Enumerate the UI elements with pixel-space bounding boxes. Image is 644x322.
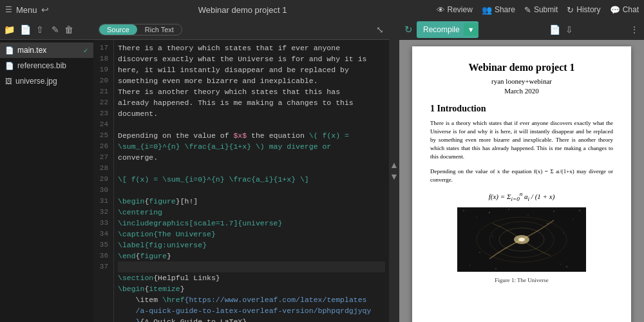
chevron-icon: ✓: [83, 47, 88, 54]
window-title: Webinar demo project 1: [198, 5, 287, 15]
chat-nav[interactable]: 💬 Chat: [610, 5, 639, 15]
main-layout: 📁 📄 ⇧ ✎ 🗑 📄 main.tex ✓ 📄 references.bib …: [0, 19, 644, 322]
svg-point-20: [480, 252, 480, 253]
review-nav[interactable]: 👁 Review: [437, 5, 473, 15]
svg-point-10: [496, 269, 497, 269]
history-nav[interactable]: ↻ History: [567, 5, 600, 15]
pdf-body2: Depending on the value of x the equation…: [430, 167, 613, 184]
download-icon[interactable]: ⇩: [565, 24, 573, 35]
pdf-date: March 2020: [430, 87, 613, 95]
code-line: \begin{figure}[h!]: [118, 196, 385, 207]
edit-icon[interactable]: ✎: [52, 24, 59, 35]
code-line: \centering: [118, 207, 385, 218]
folder-icon[interactable]: 📁: [4, 24, 15, 35]
history-icon: ↻: [567, 5, 574, 15]
pdf-section: 1 Introduction: [430, 104, 613, 114]
svg-point-5: [528, 215, 529, 216]
topbar-left: ☰ Menu ↩: [5, 5, 49, 15]
code-editor[interactable]: 17 18 19 20 21 22 23 24 25 26 27 28 29: [93, 40, 389, 322]
preview-toolbar-right: 📄 ⇩ ⋮: [549, 24, 639, 35]
sidebar-toolbar: 📁 📄 ⇧ ✎ 🗑: [0, 19, 93, 40]
code-line: already happened. This is me making a ch…: [118, 97, 385, 108]
file-item-main-tex[interactable]: 📄 main.tex ✓: [0, 43, 93, 58]
bib-file-icon: 📄: [5, 62, 14, 70]
file-item-universe-jpg[interactable]: 🖼 universe.jpg: [0, 73, 93, 89]
svg-point-8: [580, 211, 580, 211]
code-line: There is another theory which states tha…: [118, 86, 385, 97]
upload-icon[interactable]: ⇧: [36, 24, 44, 35]
code-line: \section{Helpful Links}: [118, 272, 385, 283]
source-tab[interactable]: Source: [99, 24, 137, 35]
history-back-icon[interactable]: ↩: [41, 5, 49, 15]
pdf-author: ryan looney+webinar: [430, 77, 613, 85]
code-line: \includegraphics[scale=1.7]{universe}: [118, 218, 385, 229]
preview-content: Webinar demo project 1 ryan looney+webin…: [399, 40, 644, 322]
pdf-figure: Figure 1: The Universe: [430, 207, 613, 283]
code-line-current: [118, 261, 385, 272]
submit-nav[interactable]: ✎ Submit: [524, 5, 558, 15]
menu-icon[interactable]: ☰: [5, 5, 12, 14]
pdf-math: f(x) = Σi=0n ai / (1 + x): [430, 191, 613, 202]
svg-point-11: [560, 264, 561, 265]
rich-text-tab[interactable]: Rich Text: [137, 24, 182, 35]
code-line: here, it will instantly disappear and be…: [118, 64, 385, 75]
code-line: \label{fig:universe}: [118, 240, 385, 251]
topbar: ☰ Menu ↩ Webinar demo project 1 👁 Review…: [0, 0, 644, 19]
editor-toolbar: Source Rich Text ⤡: [93, 19, 389, 40]
code-line: Depending on the value of $x$ the equati…: [118, 130, 385, 141]
preview-panel: ↻ Recompile ▼ 📄 ⇩ ⋮ Webinar demo project…: [399, 19, 644, 322]
recompile-button[interactable]: Recompile ▼: [417, 21, 478, 38]
editor-panel: Source Rich Text ⤡ 17 18 19 20 21 2: [93, 19, 389, 322]
code-content[interactable]: There is a theory which states that if e…: [114, 40, 389, 322]
figure-caption: Figure 1: The Universe: [430, 277, 613, 283]
expand-icon[interactable]: ⤡: [376, 24, 384, 35]
img-file-icon: 🖼: [5, 77, 12, 85]
share-nav[interactable]: 👥 Share: [482, 5, 515, 15]
code-line: }{A Quick Guide to LaTeX}: [118, 316, 385, 322]
code-line: document.: [118, 108, 385, 119]
recompile-icon: ↻: [404, 24, 413, 35]
svg-point-3: [489, 213, 489, 213]
nav-down-arrow[interactable]: ▼: [390, 172, 399, 181]
recompile-dropdown[interactable]: ▼: [464, 23, 478, 36]
code-line: \[ f(x) = \sum_{i=0}^{n} \frac{a_i}{1+x}…: [118, 174, 385, 185]
pdf-page: Webinar demo project 1 ryan looney+webin…: [412, 46, 631, 322]
svg-point-9: [470, 265, 471, 266]
galaxy-image: [457, 207, 586, 272]
tex-file-icon: 📄: [5, 46, 14, 55]
code-line: \item \href{https://www.overleaf.com/lat…: [118, 294, 385, 305]
topbar-right: 👁 Review 👥 Share ✎ Submit ↻ History 💬 Ch…: [437, 5, 639, 15]
source-rich-toggle: Source Rich Text: [99, 24, 182, 35]
line-numbers: 17 18 19 20 21 22 23 24 25 26 27 28 29: [93, 40, 114, 322]
svg-point-21: [493, 236, 493, 237]
preview-toolbar: ↻ Recompile ▼ 📄 ⇩ ⋮: [399, 19, 644, 40]
svg-point-19: [564, 233, 564, 234]
code-line: \begin{itemize}: [118, 283, 385, 294]
code-line: There is a theory which states that if e…: [118, 43, 385, 53]
submit-icon: ✎: [524, 5, 531, 15]
pdf-body1: There is a theory which states that if e…: [430, 119, 613, 161]
share-icon: 👥: [482, 5, 492, 15]
svg-point-12: [566, 267, 567, 267]
download-pdf-icon[interactable]: 📄: [549, 24, 560, 35]
sidebar: 📁 📄 ⇧ ✎ 🗑 📄 main.tex ✓ 📄 references.bib …: [0, 19, 93, 322]
code-line: [118, 119, 385, 130]
code-line: /a-quick-guide-to-latex-overleaf-version…: [118, 305, 385, 316]
file-item-references-bib[interactable]: 📄 references.bib: [0, 58, 93, 73]
sidebar-files: 📄 main.tex ✓ 📄 references.bib 🖼 universe…: [0, 40, 93, 91]
editor-toolbar-right: ⤡: [376, 24, 384, 35]
nav-up-arrow[interactable]: ▲: [390, 160, 399, 169]
code-line: \caption{The Universe}: [118, 229, 385, 240]
panel-nav: ▲ ▼: [389, 19, 399, 322]
code-line: \end{figure}: [118, 251, 385, 261]
file-name-main-tex: main.tex: [17, 46, 46, 55]
svg-point-4: [509, 209, 509, 210]
new-file-icon[interactable]: 📄: [20, 24, 31, 35]
menu-label[interactable]: Menu: [16, 5, 37, 15]
code-line: \sum_{i=0}^{n} \frac{a_i}{1+x} \) may di…: [118, 141, 385, 152]
code-line: something even more bizarre and inexplic…: [118, 75, 385, 86]
preview-settings-icon[interactable]: ⋮: [630, 24, 639, 35]
trash-icon[interactable]: 🗑: [64, 24, 73, 35]
svg-point-1: [464, 211, 464, 211]
chat-icon: 💬: [610, 5, 620, 15]
